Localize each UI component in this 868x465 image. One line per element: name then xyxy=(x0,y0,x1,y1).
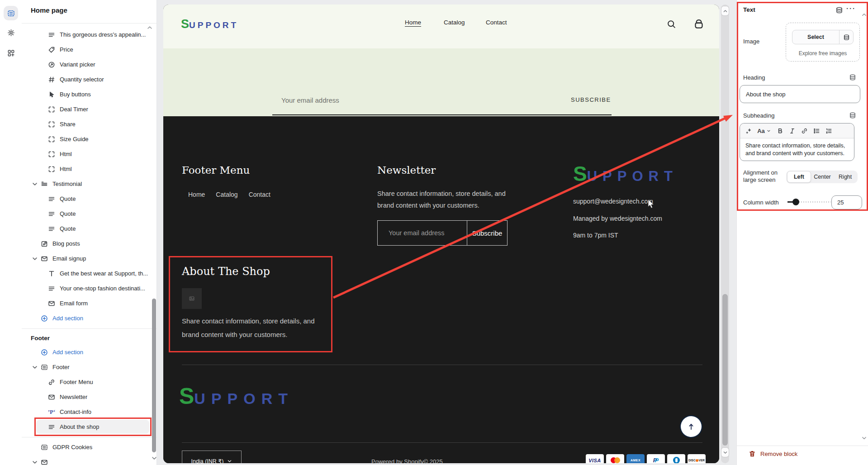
sidebar-scrollbar[interactable] xyxy=(152,299,156,452)
subheading-input[interactable]: Share contact information, store details… xyxy=(740,138,854,161)
preview-scrollbar-thumb[interactable] xyxy=(722,294,728,446)
heading-input[interactable]: About the shop xyxy=(740,85,860,103)
preview-scroll-down-button[interactable] xyxy=(721,448,729,457)
sidebar-item-about-the-shop[interactable]: About the shop xyxy=(22,419,157,434)
alignment-option-right[interactable]: Right xyxy=(834,171,857,182)
image-label: Image xyxy=(743,38,759,45)
image-select-button[interactable]: Select xyxy=(792,30,854,44)
payment-icon-paypal: PP xyxy=(647,454,665,463)
sidebar-item-price[interactable]: Price xyxy=(22,42,157,57)
text-style-icon[interactable]: Aa xyxy=(758,128,764,134)
sidebar-item-variant-picker[interactable]: Variant picker xyxy=(22,57,157,72)
block-settings-panel: Text ··· Image Select Explore free image… xyxy=(736,0,868,465)
sidebar-item-this-gorgeous-dress-s-appealin[interactable]: This gorgeous dress's appealin... xyxy=(22,27,157,42)
sections-icon-glyph xyxy=(7,9,15,17)
divider xyxy=(22,23,157,24)
link-icon[interactable] xyxy=(801,128,808,134)
newsletter-email-input[interactable]: Your email address xyxy=(378,221,467,245)
footer-link-catalog[interactable]: Catalog xyxy=(216,191,237,198)
sidebar-item-blog-posts[interactable]: Blog posts xyxy=(22,236,157,251)
chevron-down-icon[interactable] xyxy=(32,459,38,465)
sidebar-item-label: Quote xyxy=(60,225,76,232)
chevron-down-icon[interactable] xyxy=(32,256,38,262)
chevron-down-icon[interactable] xyxy=(32,364,38,370)
sidebar-item-email-form[interactable]: Email form xyxy=(22,296,157,311)
sidebar-item-footer-menu[interactable]: Footer Menu xyxy=(22,375,157,389)
country-selector[interactable]: India (INR ₹) xyxy=(182,451,242,463)
sidebar-item-email-signup[interactable]: Email signup xyxy=(22,251,157,266)
explore-free-images-link[interactable]: Explore free images xyxy=(786,50,859,57)
sidebar-item-your-one-stop-fashion-destinati[interactable]: Your one-stop fashion destinati... xyxy=(22,281,157,296)
bullet-list-icon[interactable] xyxy=(813,128,820,134)
payment-icon-visa: VISA xyxy=(586,454,604,463)
sidebar-item-footer[interactable]: Footer xyxy=(22,360,157,375)
column-width-slider-thumb[interactable] xyxy=(792,199,799,205)
text-lines-icon xyxy=(48,31,55,38)
app-block-icon xyxy=(48,121,55,128)
numbered-list-icon[interactable] xyxy=(825,128,832,134)
nav-contact[interactable]: Contact xyxy=(486,19,507,26)
sidebar-item-buy-buttons[interactable]: Buy buttons xyxy=(22,87,157,102)
sidebar-item-share[interactable]: Share xyxy=(22,117,157,132)
nav-home[interactable]: Home xyxy=(405,19,421,26)
search-icon[interactable] xyxy=(667,19,676,29)
account-icon[interactable] xyxy=(693,19,704,29)
chevron-down-icon[interactable] xyxy=(32,181,38,187)
dynamic-source-icon[interactable] xyxy=(849,74,856,81)
bold-icon[interactable] xyxy=(777,128,783,134)
sidebar-item-size-guide[interactable]: Size Guide xyxy=(22,132,157,147)
storefront-header: SUPPORT Home Catalog Contact xyxy=(163,5,719,48)
magic-icon[interactable] xyxy=(745,128,752,134)
newsletter-subscribe-button[interactable]: Subscribe xyxy=(467,221,507,245)
newsletter-title: Newsletter xyxy=(377,164,436,176)
dynamic-source-icon[interactable] xyxy=(835,6,843,14)
footer-link-home[interactable]: Home xyxy=(188,191,205,198)
alignment-option-left[interactable]: Left xyxy=(787,171,811,183)
scroll-to-top-button[interactable] xyxy=(681,416,702,437)
theme-preview: SUPPORT Home Catalog Contact Your email … xyxy=(163,5,719,463)
footer-link-contact[interactable]: Contact xyxy=(249,191,270,198)
add-section-button[interactable]: Add section xyxy=(22,311,157,326)
payment-icon-mastercard xyxy=(606,454,624,463)
sidebar-item-get-the-best-wear-at-support-th[interactable]: Get the best wear at Support, th... xyxy=(22,266,157,281)
apps-icon[interactable] xyxy=(4,46,18,60)
richtext-toolbar: Aa xyxy=(740,123,854,138)
sidebar-item-html[interactable]: Html xyxy=(22,161,157,176)
subscribe-button[interactable]: SUBSCRIBE xyxy=(571,96,611,103)
dynamic-source-icon[interactable] xyxy=(849,112,856,119)
add-section-button[interactable]: Add section xyxy=(22,345,157,360)
sidebar-item-quote[interactable]: Quote xyxy=(22,191,157,206)
remove-block-button[interactable]: Remove block xyxy=(749,450,797,457)
sidebar-item-label: Add section xyxy=(52,349,83,356)
nav-catalog[interactable]: Catalog xyxy=(444,19,465,26)
sidebar-item-row[interactable] xyxy=(22,455,157,465)
sections-icon[interactable] xyxy=(4,6,18,20)
chevron-down-icon[interactable] xyxy=(151,455,157,461)
quote-lines-icon xyxy=(48,225,55,232)
sidebar-item-quote[interactable]: Quote xyxy=(22,206,157,221)
sidebar-item-quote[interactable]: Quote xyxy=(22,221,157,236)
text-t-icon xyxy=(48,270,55,277)
more-options-icon[interactable]: ··· xyxy=(846,5,856,12)
column-width-input[interactable]: 25 xyxy=(831,195,862,209)
sidebar-item-deal-timer[interactable]: Deal Timer xyxy=(22,102,157,117)
contact-p-icon: ’P‘ xyxy=(48,408,55,416)
dropdown-chevron-icon[interactable] xyxy=(766,128,771,134)
sidebar-item-newsletter[interactable]: Newsletter xyxy=(22,389,157,404)
image-dynamic-source-button[interactable] xyxy=(839,30,853,44)
email-input[interactable]: Your email address xyxy=(281,96,339,104)
chevron-up-icon[interactable] xyxy=(861,12,867,18)
settings-gear-icon[interactable] xyxy=(4,25,18,40)
divider xyxy=(737,446,868,446)
contact-email[interactable]: support@wedesigntech.com xyxy=(573,198,653,205)
sidebar-item-gdpr-cookies[interactable]: GDPR Cookies xyxy=(22,440,157,455)
chevron-down-icon[interactable] xyxy=(861,435,867,441)
payment-icons: VISAAMEXPPDISCVER xyxy=(586,454,706,463)
sidebar-item-quantity-selector[interactable]: Quantity selector xyxy=(22,72,157,87)
alignment-option-center[interactable]: Center xyxy=(811,171,834,182)
italic-icon[interactable] xyxy=(789,128,796,134)
sidebar-item-html[interactable]: Html xyxy=(22,147,157,161)
store-logo[interactable]: SUPPORT xyxy=(181,17,238,31)
sidebar-item-testimonial[interactable]: Testimonial xyxy=(22,176,157,191)
preview-scroll-up-button[interactable] xyxy=(721,6,729,15)
